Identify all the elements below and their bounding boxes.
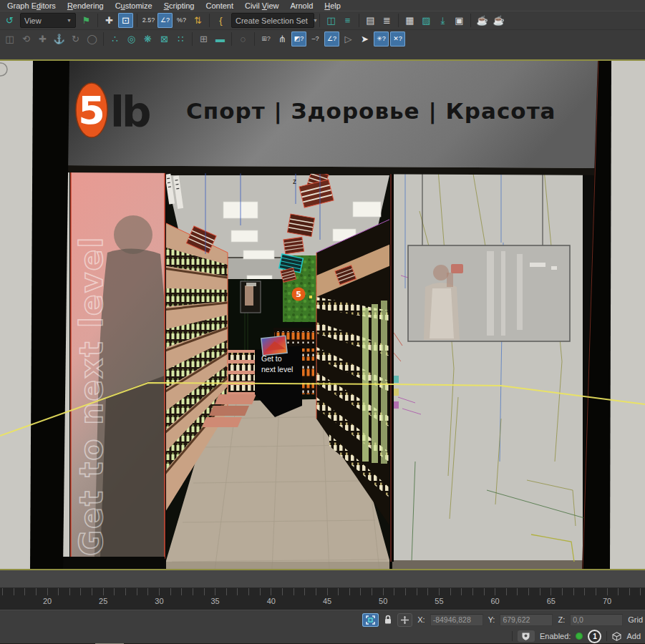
use-center-flyout-icon[interactable]: ⚑: [79, 13, 94, 28]
timeline-frame-label: 35: [210, 597, 219, 605]
restrict-plane-icon[interactable]: ⚓: [52, 31, 67, 47]
timeline-frame-label: 55: [435, 597, 443, 605]
measure-distance-icon[interactable]: ▬: [213, 31, 228, 47]
notification-count-badge[interactable]: 1: [588, 630, 601, 643]
select-and-move-icon[interactable]: ✚: [102, 13, 117, 28]
timeline-frame-label: 45: [323, 597, 331, 605]
snap-grid-icon[interactable]: ⊞?: [258, 31, 273, 47]
timeline-frame-label: 65: [547, 597, 556, 605]
named-selection-set-dropdown[interactable]: Create Selection Set▼: [231, 13, 314, 28]
y-coordinate-field[interactable]: 679,622: [500, 614, 553, 626]
toolbar-separator: [254, 32, 255, 46]
material-editor-icon[interactable]: ▨: [419, 13, 434, 28]
menu-content[interactable]: Content: [200, 1, 239, 10]
schematic-view-icon[interactable]: ▦: [402, 13, 417, 28]
menu-graph-editors[interactable]: Graph Editors: [1, 1, 62, 10]
snap-off-icon[interactable]: ✕?: [390, 31, 405, 47]
add-button[interactable]: Add: [626, 632, 641, 640]
restrict-x-icon[interactable]: ◫: [2, 31, 17, 47]
restrict-z-icon[interactable]: ✚: [35, 31, 50, 47]
restrict-y-icon[interactable]: ⟲: [19, 31, 34, 47]
lock-icon[interactable]: [384, 615, 392, 625]
menu-customize[interactable]: Customize: [110, 1, 158, 10]
paint-selection-icon[interactable]: ◎: [124, 31, 139, 47]
timeline-frame-label: 30: [155, 597, 163, 605]
z-coordinate-field[interactable]: 0,0: [570, 614, 623, 626]
bone-tools-icon[interactable]: ⋔: [275, 31, 290, 47]
sign-title: Спорт | Здоровье | Красота: [186, 98, 587, 124]
layer-explorer-icon[interactable]: ≣: [379, 13, 394, 28]
snap-pivot-icon[interactable]: –?: [308, 31, 323, 47]
snap-scale-icon[interactable]: ✳?: [374, 31, 389, 47]
timeline-frame-label: 20: [43, 597, 52, 605]
soft-selection-icon[interactable]: ∴: [107, 31, 122, 47]
toolbar-separator: [470, 14, 471, 27]
separator: [512, 631, 513, 641]
snap-angle-2-icon[interactable]: ∠?: [324, 31, 339, 47]
toolbar-separator: [97, 14, 98, 27]
right-glass-panel: [392, 170, 587, 569]
menu-bar: Graph EditorsRenderingCustomizeScripting…: [0, 0, 645, 11]
loop-tool-icon[interactable]: ↻: [68, 31, 83, 47]
scene-explorer-icon[interactable]: ▤: [363, 13, 378, 28]
moss-logo-number: 5: [296, 290, 301, 299]
spinner-snap-icon[interactable]: ⇅: [190, 13, 205, 28]
security-enabled-label: Enabled:: [540, 632, 571, 640]
render-setup-icon[interactable]: ⤓: [435, 13, 450, 28]
main-toolbar: ↺View▼⚑✚⊡2.5?∠?%?⇅{Create Selection Set▼…: [0, 11, 645, 29]
package-icon: [612, 632, 621, 641]
poster-vertical-text: Get to next level: [73, 170, 117, 556]
menu-scripting[interactable]: Scripting: [158, 1, 200, 10]
menu-civil-view[interactable]: Civil View: [239, 1, 285, 10]
edit-named-selections-icon[interactable]: {: [213, 13, 228, 28]
snap-3d-icon[interactable]: ◩?: [291, 31, 306, 47]
angle-snap-icon[interactable]: ∠?: [157, 13, 173, 28]
3dsmax-window: Graph EditorsRenderingCustomizeScripting…: [0, 0, 645, 644]
z-coordinate-label: Z:: [558, 615, 565, 624]
toolbar-separator: [231, 32, 232, 46]
isolate-icon: [366, 615, 375, 625]
keyboard-override-icon[interactable]: ⊡: [118, 13, 133, 28]
toolbar-separator: [137, 14, 137, 27]
toolbar-separator: [398, 14, 399, 27]
chevron-down-icon: ▼: [67, 18, 72, 23]
prism-tool-icon[interactable]: ▷: [341, 31, 356, 47]
secondary-toolbar: ◫⟲✚⚓↻◯∴◎❋⊠∷⊞▬◌⊞?⋔◩?–?∠?▷➤✳?✕?: [0, 29, 645, 59]
percent-snap-icon[interactable]: %?: [174, 13, 189, 28]
separator: [606, 631, 607, 641]
mirror-icon[interactable]: ◫: [324, 13, 339, 28]
toolbar-separator: [209, 14, 210, 27]
time-slider-bar[interactable]: [0, 570, 645, 588]
scene-security-button[interactable]: [518, 630, 535, 642]
autogrid-icon[interactable]: ⊞: [196, 31, 211, 47]
coordinate-system-dropdown[interactable]: View▼: [20, 13, 76, 28]
align-icon[interactable]: ≡: [340, 13, 355, 28]
menu-help[interactable]: Help: [319, 1, 346, 10]
z-axis-label: z: [293, 177, 296, 185]
x-coordinate-field[interactable]: -84946,828: [430, 614, 483, 626]
place-object-icon[interactable]: ❋: [140, 31, 155, 47]
timeline-ticks: [0, 588, 645, 595]
toolbar-separator: [319, 14, 320, 27]
array-tool-icon[interactable]: ◌: [236, 31, 251, 47]
ring-tool-icon[interactable]: ◯: [84, 31, 100, 47]
absolute-offset-toggle[interactable]: [397, 613, 412, 627]
menu-rendering[interactable]: Rendering: [62, 1, 110, 10]
select-region-icon[interactable]: ⊠: [157, 31, 172, 47]
timeline-frame-label: 25: [99, 597, 107, 605]
paint-objects-icon[interactable]: ∷: [173, 31, 188, 47]
poster-athlete-head: [114, 215, 152, 254]
security-status-dot: [576, 633, 583, 640]
cursor-tool-icon[interactable]: ➤: [357, 31, 372, 47]
shield-icon: [522, 632, 530, 640]
rendered-frame-icon[interactable]: ▣: [452, 13, 467, 28]
scene-undo-icon[interactable]: ↺: [2, 13, 17, 28]
isolate-selection-button[interactable]: [362, 613, 379, 627]
render-production-icon[interactable]: ☕: [475, 13, 490, 28]
perspective-viewport[interactable]: 5: [0, 59, 645, 570]
menu-arnold[interactable]: Arnold: [284, 1, 319, 10]
snap-toggle-25d-icon[interactable]: 2.5?: [141, 13, 156, 28]
transform-type-icon: [401, 616, 409, 624]
render-arnold-icon[interactable]: ☕: [491, 13, 506, 28]
timeline-ruler[interactable]: 2025303540455055606570: [0, 588, 645, 610]
